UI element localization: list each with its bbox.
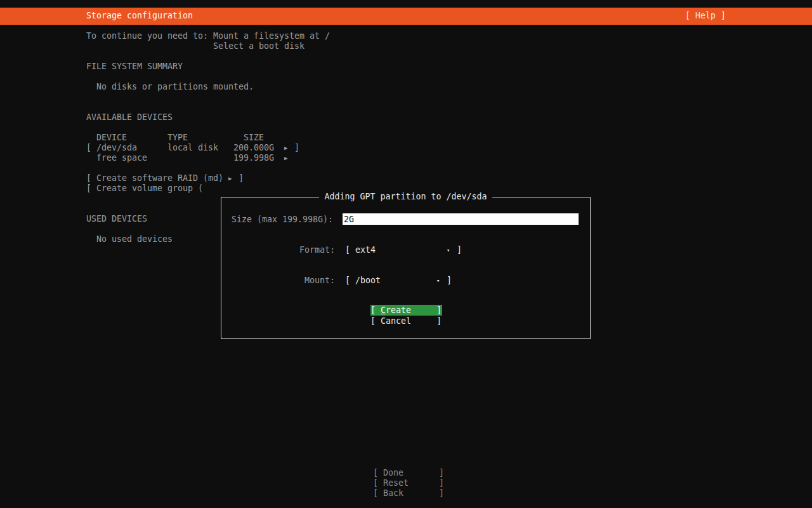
cancel-button[interactable]: [ Cancel ] — [370, 316, 442, 326]
page-title: Storage configuration — [86, 11, 193, 21]
device-type: local disk — [167, 143, 218, 153]
submenu-arrow-icon: ▶ — [284, 153, 287, 163]
section-title-available-devices: AVAILABLE DEVICES — [86, 112, 173, 123]
select-bracket-open: [ — [345, 276, 350, 286]
create-button[interactable]: [ Create ] — [370, 305, 442, 316]
free-space-label: free space — [96, 153, 147, 163]
col-header-size: SIZE — [244, 133, 264, 143]
used-devices-empty-text: No used devices — [96, 234, 173, 244]
create-raid-label: [ Create software RAID (md) — [86, 173, 223, 184]
row-bracket-close: ] — [294, 143, 299, 153]
mount-value: /boot — [355, 276, 381, 286]
mount-label: Mount: — [304, 276, 335, 286]
back-button[interactable]: [ Back ] — [373, 488, 444, 498]
submenu-arrow-icon: ▶ — [284, 143, 287, 153]
section-title-used-devices: USED DEVICES — [86, 214, 147, 224]
col-header-type: TYPE — [167, 133, 188, 143]
instruction-mount-filesystem: Mount a filesystem at / — [213, 31, 330, 41]
create-software-raid-button[interactable]: [ Create software RAID (md) ▶ ] — [86, 173, 244, 184]
done-button[interactable]: [ Done ] — [373, 468, 444, 478]
title-bar: Storage configuration [ Help ] — [0, 8, 812, 25]
help-button[interactable]: [ Help ] — [685, 11, 726, 21]
fs-summary-empty-text: No disks or partitions mounted. — [96, 82, 254, 92]
instruction-select-boot-disk: Select a boot disk — [213, 41, 304, 51]
format-value: ext4 — [355, 245, 376, 255]
instructions-lead: To continue you need to: — [86, 31, 208, 41]
device-row-free-space[interactable]: free space 199.998G ▶ — [86, 153, 299, 163]
create-volume-group-button[interactable]: [ Create volume group ( — [86, 184, 203, 194]
format-label: Format: — [299, 245, 335, 255]
size-label: Size (max 199.998G): — [232, 215, 333, 225]
submenu-arrow-icon: ▶ — [228, 173, 232, 184]
device-name: /dev/sda — [96, 143, 137, 153]
format-select[interactable]: [ ext4 ▾ ] — [345, 245, 466, 255]
dialog-title: Adding GPT partition to /dev/sda — [319, 192, 493, 202]
col-header-device: DEVICE — [96, 133, 127, 143]
row-bracket-close: ] — [239, 173, 244, 184]
free-space-size: 199.998G — [233, 153, 274, 163]
select-bracket-close: ] — [447, 276, 452, 286]
section-title-fs-summary: FILE SYSTEM SUMMARY — [86, 62, 183, 72]
dropdown-arrow-icon: ▾ — [447, 245, 450, 255]
device-row-sda[interactable]: [ /dev/sda local disk 200.000G ▶ ] — [86, 143, 299, 153]
add-partition-dialog: Adding GPT partition to /dev/sda Size (m… — [221, 197, 591, 339]
row-bracket-open: [ — [86, 143, 91, 153]
focus-cursor — [381, 314, 386, 314]
select-bracket-open: [ — [345, 245, 350, 255]
device-size: 200.000G — [233, 143, 274, 153]
reset-button[interactable]: [ Reset ] — [373, 478, 444, 488]
mount-select[interactable]: [ /boot ▾ ] — [345, 276, 466, 286]
size-input[interactable] — [343, 213, 579, 225]
cancel-button-label: [ Cancel ] — [370, 316, 442, 326]
select-bracket-close: ] — [457, 245, 462, 255]
dropdown-arrow-icon: ▾ — [436, 276, 440, 286]
